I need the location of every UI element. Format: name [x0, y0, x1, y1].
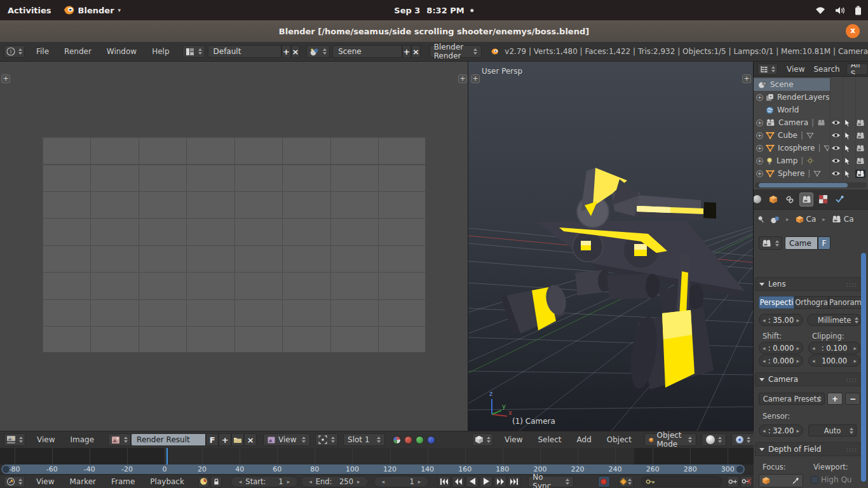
menu-window[interactable]: Window [99, 47, 144, 56]
insert-keyframe-button[interactable] [727, 476, 739, 487]
renderability-camera-icon[interactable] [855, 170, 865, 178]
active-keying-set-field[interactable] [641, 476, 722, 487]
visibility-eye-icon[interactable] [831, 170, 841, 177]
selectability-cursor-icon[interactable] [844, 170, 850, 178]
tab-constraints[interactable] [783, 193, 797, 207]
render-result-canvas[interactable] [42, 137, 426, 353]
outliner-row-scene[interactable]: Scene [754, 78, 868, 91]
system-tray[interactable] [815, 6, 862, 15]
sensor-fit-select[interactable]: Auto [808, 424, 857, 437]
scene-data-icon[interactable] [770, 215, 780, 224]
add-layout-button[interactable]: + [281, 45, 291, 58]
screen-layout-icon-button[interactable] [182, 45, 205, 58]
editor-type-outliner-button[interactable] [757, 64, 778, 75]
focal-length-field[interactable]: ◂: 35.00▸ [759, 314, 803, 326]
renderability-camera-icon[interactable] [856, 119, 865, 126]
camera-presets-select[interactable]: Camera Presets [759, 393, 825, 405]
camera-name-field[interactable]: Came [785, 236, 818, 250]
jump-to-start-button[interactable] [438, 476, 451, 487]
scene-name-field[interactable]: Scene [332, 45, 402, 58]
pin-icon[interactable] [756, 214, 766, 225]
tab-texture[interactable] [816, 193, 830, 207]
current-frame-line[interactable] [166, 448, 168, 464]
interaction-mode-select[interactable]: Object Mode [644, 433, 696, 446]
channel-rgba-button[interactable] [393, 436, 401, 444]
viewport-3d[interactable]: User Persp (1) Camera z y x + + [468, 62, 754, 431]
menu-render[interactable]: Render [57, 47, 99, 56]
high-quality-checkbox[interactable] [811, 476, 818, 484]
viewport-shading-select[interactable] [702, 433, 726, 446]
timeline-menu-view[interactable]: View [29, 477, 62, 486]
outliner-horizontal-scrollbar[interactable] [755, 182, 867, 188]
outliner-menu-view[interactable]: View [782, 65, 810, 74]
visibility-eye-icon[interactable] [831, 132, 841, 139]
editor-type-3dview-button[interactable] [472, 433, 493, 446]
add-scene-button[interactable]: + [402, 45, 412, 58]
image-name-field[interactable]: Render Result [131, 433, 206, 446]
camera-data-icon[interactable] [832, 215, 841, 223]
tab-object-data[interactable] [799, 193, 813, 207]
end-frame-field[interactable]: ◂End: 250▸ [301, 476, 368, 487]
view3d-menu-add[interactable]: Add [569, 435, 599, 444]
renderability-camera-icon[interactable] [856, 145, 865, 152]
sync-mode-select[interactable]: No Sync [528, 476, 573, 487]
selectability-cursor-icon[interactable] [844, 119, 850, 127]
channel-blue-button[interactable] [427, 436, 435, 444]
add-preset-button[interactable]: + [827, 393, 843, 405]
clock[interactable]: Sep 3 8:32 PM [394, 6, 473, 15]
camera-panel-header[interactable]: Camera :::: [755, 372, 862, 386]
sensor-width-field[interactable]: ◂: 32.00▸ [759, 424, 803, 437]
outliner-row-sphere[interactable]: +Sphere| [754, 167, 868, 180]
lens-panel-header[interactable]: Lens :::: [755, 277, 862, 291]
title-bar[interactable]: Blender [/home/seamus/side scrolling sho… [0, 20, 868, 42]
fake-user-button[interactable]: F [206, 433, 219, 446]
shift-x-field[interactable]: ◂: 0.000▸ [759, 342, 803, 354]
object-cube-icon[interactable] [796, 215, 804, 224]
tab-scene[interactable] [754, 193, 764, 207]
auto-keyframe-record-button[interactable] [598, 476, 610, 487]
outliner-row-icosphere[interactable]: +Icosphere| [754, 142, 868, 154]
channel-red-button[interactable] [404, 436, 412, 444]
expand-icon[interactable]: + [756, 94, 763, 101]
view3d-menu-object[interactable]: Object [599, 435, 639, 444]
scene-icon-button[interactable] [306, 45, 330, 58]
keying-set-mode-button[interactable] [619, 476, 634, 487]
camera-datablock-browse-button[interactable] [759, 236, 782, 250]
screen-layout-name-field[interactable]: Default [208, 45, 282, 58]
unlink-image-button[interactable]: × [244, 433, 257, 446]
focus-object-field[interactable] [759, 474, 803, 487]
jump-to-end-button[interactable] [508, 476, 520, 487]
clip-start-field[interactable]: ◂: 0.100▸ [808, 342, 860, 354]
current-frame-field[interactable]: ◂1▸ [374, 476, 430, 487]
fake-user-button[interactable]: F [818, 236, 831, 250]
properties-expand-button[interactable]: + [458, 74, 467, 83]
start-frame-field[interactable]: ◂Start: 1▸ [231, 476, 298, 487]
outliner-row-renderlayers[interactable]: +RenderLayers [754, 91, 868, 104]
properties-scrollbar[interactable] [861, 253, 866, 482]
visibility-eye-icon[interactable] [831, 158, 841, 164]
image-menu-view[interactable]: View [29, 435, 62, 444]
renderability-camera-icon[interactable] [856, 158, 865, 165]
image-menu-image[interactable]: Image [62, 435, 102, 444]
editor-type-info-button[interactable]: i [4, 45, 25, 58]
toolshelf-expand-button[interactable]: + [471, 74, 480, 83]
timeline-menu-playback[interactable]: Playback [142, 477, 192, 486]
expand-icon[interactable]: + [756, 170, 763, 177]
close-window-button[interactable]: x [846, 24, 860, 38]
outliner-row-world[interactable]: World [754, 104, 868, 116]
timeline-menu-marker[interactable]: Marker [62, 477, 103, 486]
outliner-menu-search[interactable]: Search [810, 65, 843, 74]
expand-icon[interactable]: + [756, 145, 763, 152]
image-datablock-icon-button[interactable] [108, 433, 131, 446]
tab-object[interactable] [766, 193, 780, 207]
app-menu[interactable]: Blender ▾ [63, 6, 121, 15]
channel-green-button[interactable] [416, 436, 424, 444]
timeline-ruler-scrollbar[interactable]: -80-60-40-200204060801001201401601802002… [1, 464, 745, 474]
timeline-menu-frame[interactable]: Frame [104, 477, 142, 486]
pivot-button[interactable] [315, 433, 338, 446]
visibility-eye-icon[interactable] [831, 145, 841, 151]
projection-perspecti-button[interactable]: Perspecti [759, 296, 794, 309]
use-preview-range-button[interactable] [198, 476, 209, 487]
lens-unit-select[interactable]: Millimete [807, 314, 862, 326]
play-button[interactable] [480, 476, 492, 487]
